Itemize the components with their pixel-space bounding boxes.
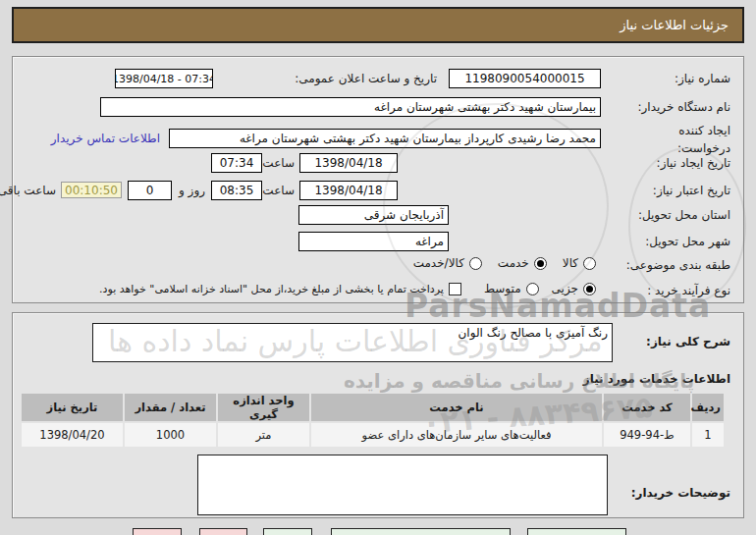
cell-row-index: 1: [692, 423, 724, 447]
need-expire-date-label: تاریخ اعتبار نیاز:: [653, 184, 730, 197]
announce-datetime-label: تاریخ و ساعت اعلان عمومی:: [295, 72, 437, 85]
buyer-org-value[interactable]: بیمارستان شهید دکتر بهشتی شهرستان مراغه: [100, 97, 601, 117]
buyer-notes-label: توضیحات خریدار:: [631, 486, 730, 500]
classification-label: طبقه بندی موضوعی:: [626, 258, 730, 272]
need-create-hour-label: ساعت: [262, 156, 295, 170]
header-service-code: کد خدمت: [604, 394, 690, 421]
radio-icon[interactable]: [526, 283, 539, 295]
province-label: استان محل تحویل:: [638, 208, 730, 222]
header-quantity: تعداد / مقدار: [125, 394, 216, 421]
cell-unit: متر: [218, 423, 309, 447]
radio-icon[interactable]: [534, 257, 547, 270]
radio-label: کالا/خدمت: [413, 256, 464, 270]
header-unit: واحد اندازه گیری: [218, 394, 309, 421]
days-and-label: روز و: [179, 184, 205, 197]
announce-datetime-value[interactable]: 1398/04/18 - 07:34: [115, 69, 213, 88]
need-detail-panel: شرح کلی نیاز: رنگ آمیزی با مصالح رنگ الو…: [12, 312, 744, 518]
remaining-days-value[interactable]: 0: [128, 181, 172, 200]
purchase-type-radio-group: جزیی متوسط پرداخت تمام یا بخشی از مبلغ خ…: [99, 282, 596, 295]
radio-label: متوسط: [484, 282, 521, 295]
countdown-timer: 00:10:50: [61, 182, 122, 198]
header-row-index: ردیف: [692, 394, 724, 421]
treasury-checkbox-label: پرداخت تمام یا بخشی از مبلغ خرید،از محل …: [99, 283, 444, 295]
radio-label: کالا: [563, 256, 578, 270]
buyer-org-label: نام دستگاه خریدار:: [638, 100, 731, 114]
radio-icon[interactable]: [583, 257, 596, 270]
radio-label: جزیی: [552, 282, 578, 295]
cell-service-name: فعالیت‌های سایر سازمان‌های دارای عضو: [311, 423, 602, 447]
services-table: ردیف کد خدمت نام خدمت واحد اندازه گیری ت…: [20, 392, 726, 449]
bottom-action-button-2[interactable]: [199, 528, 247, 535]
bottom-action-button-5[interactable]: [527, 528, 626, 535]
need-expire-hour-label: ساعت: [262, 184, 295, 197]
page-title-label: جزئیات اطلاعات نیاز: [620, 18, 729, 32]
classification-option-goods-service[interactable]: کالا/خدمت: [413, 256, 482, 270]
classification-radio-group: کالا خدمت کالا/خدمت: [413, 256, 596, 270]
radio-label: خدمت: [498, 256, 529, 270]
need-number-label: شماره نیاز:: [675, 72, 730, 85]
bottom-action-button-1[interactable]: [133, 528, 182, 535]
buyer-contact-link[interactable]: اطلاعات تماس خریدار: [51, 132, 160, 145]
need-create-time-value[interactable]: 07:34: [211, 153, 262, 173]
services-section-title: اطلاعات خدمات مورد نیاز: [583, 372, 730, 386]
page-title: جزئیات اطلاعات نیاز: [12, 7, 744, 43]
need-expire-time-value[interactable]: 08:35: [211, 181, 262, 200]
treasury-payment-option[interactable]: پرداخت تمام یا بخشی از مبلغ خرید،از محل …: [99, 283, 461, 295]
header-need-date: تاریخ نیاز: [22, 394, 123, 421]
purchase-option-minor[interactable]: جزیی: [552, 282, 596, 295]
cell-quantity: 1000: [125, 423, 216, 447]
radio-icon[interactable]: [469, 257, 482, 270]
purchase-type-label: نوع فرآیند خرید :: [647, 284, 730, 297]
request-creator-label: ایجاد کننده درخواست:: [644, 122, 730, 157]
hours-remaining-label: ساعت باقی مانده: [0, 184, 56, 197]
bottom-action-button-3[interactable]: [263, 528, 312, 535]
cell-service-code: ط-94-949: [604, 423, 690, 447]
request-creator-value[interactable]: محمد رضا رشیدی کارپرداز بیمارستان شهید د…: [169, 129, 601, 148]
city-value[interactable]: مراغه: [298, 232, 449, 251]
need-details-page: ParsNamadData مرکز فناوری اطلاعات پارس ن…: [0, 0, 756, 535]
header-service-name: نام خدمت: [311, 394, 602, 421]
general-info-panel: شماره نیاز: 1198090054000015 تاریخ و ساع…: [12, 56, 744, 303]
bottom-action-button-4[interactable]: [331, 528, 511, 535]
city-label: شهر محل تحویل:: [645, 235, 730, 248]
services-table-header-row: ردیف کد خدمت نام خدمت واحد اندازه گیری ت…: [22, 394, 724, 421]
general-description-value[interactable]: رنگ آمیزی با مصالح رنگ الوان: [92, 323, 613, 362]
need-number-value[interactable]: 1198090054000015: [449, 69, 601, 88]
table-row[interactable]: 1 ط-94-949 فعالیت‌های سایر سازمان‌های دا…: [22, 423, 724, 447]
general-description-label: شرح کلی نیاز:: [646, 335, 730, 348]
classification-option-goods[interactable]: کالا: [563, 256, 596, 270]
buyer-notes-value[interactable]: [197, 455, 608, 515]
purchase-option-medium[interactable]: متوسط: [484, 282, 539, 295]
classification-option-service[interactable]: خدمت: [498, 256, 547, 270]
treasury-checkbox-icon[interactable]: [449, 283, 461, 295]
need-create-date-label: تاریخ ایجاد نیاز:: [657, 156, 730, 170]
need-create-date-value[interactable]: 1398/04/18: [299, 153, 398, 173]
cell-need-date: 1398/04/20: [22, 423, 123, 447]
radio-icon[interactable]: [583, 283, 596, 295]
need-expire-date-value[interactable]: 1398/04/18: [299, 181, 398, 200]
province-value[interactable]: آذربایجان شرقی: [298, 205, 449, 225]
